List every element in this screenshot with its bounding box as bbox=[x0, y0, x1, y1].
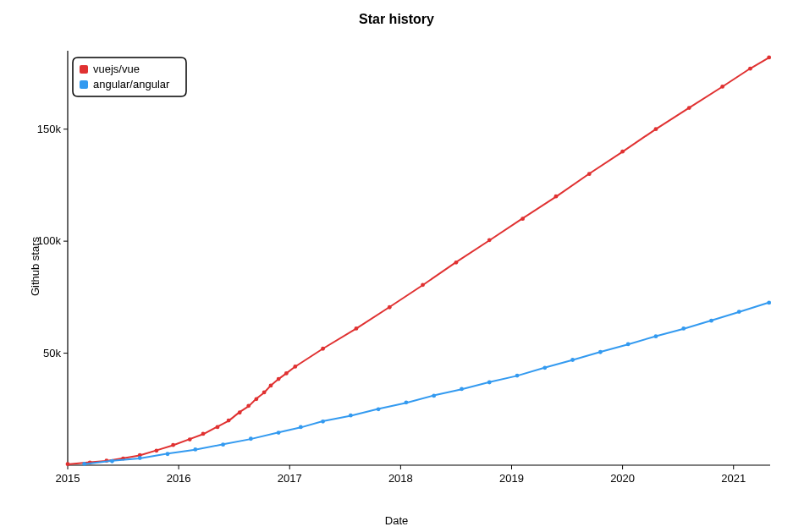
legend-swatch bbox=[80, 80, 88, 89]
data-point bbox=[709, 319, 713, 323]
data-point bbox=[188, 437, 192, 442]
data-point bbox=[748, 67, 752, 71]
x-tick: 2019 bbox=[499, 465, 524, 485]
svg-text:2020: 2020 bbox=[610, 472, 635, 485]
svg-text:2019: 2019 bbox=[499, 472, 524, 485]
data-point bbox=[277, 431, 281, 435]
data-point bbox=[221, 442, 225, 447]
data-point bbox=[598, 350, 603, 354]
data-point bbox=[654, 334, 658, 338]
y-tick: 150k bbox=[37, 123, 68, 135]
data-point bbox=[654, 127, 658, 131]
chart-svg: 50k100k150k2015201620172018201920202021v… bbox=[68, 42, 779, 491]
data-point bbox=[284, 371, 289, 376]
data-point bbox=[355, 326, 359, 331]
data-point bbox=[720, 85, 724, 89]
svg-text:2018: 2018 bbox=[388, 472, 413, 485]
data-point bbox=[193, 447, 197, 452]
data-point bbox=[737, 310, 741, 314]
data-point bbox=[626, 343, 631, 347]
data-point bbox=[432, 393, 436, 398]
data-point bbox=[767, 301, 771, 305]
x-tick: 2018 bbox=[388, 465, 413, 485]
data-point bbox=[767, 56, 771, 60]
data-point bbox=[277, 377, 281, 381]
data-point bbox=[454, 261, 459, 265]
data-point bbox=[681, 326, 686, 331]
x-axis-label: Date bbox=[0, 514, 793, 527]
data-point bbox=[554, 195, 559, 199]
legend-swatch bbox=[80, 65, 88, 74]
data-point bbox=[166, 452, 170, 456]
data-point bbox=[293, 365, 297, 369]
data-point bbox=[487, 381, 492, 385]
data-point bbox=[321, 420, 325, 424]
data-point bbox=[321, 347, 325, 351]
x-tick: 2020 bbox=[610, 465, 635, 485]
data-point bbox=[620, 150, 625, 154]
data-point bbox=[460, 387, 464, 392]
legend-label: vuejs/vue bbox=[93, 63, 140, 75]
data-point bbox=[82, 462, 86, 466]
data-point bbox=[227, 419, 231, 423]
data-point bbox=[66, 462, 70, 466]
data-point bbox=[487, 238, 492, 242]
chart-title: Star history bbox=[0, 12, 793, 27]
data-point bbox=[154, 448, 158, 452]
svg-text:150k: 150k bbox=[37, 123, 62, 135]
x-tick: 2015 bbox=[56, 465, 80, 485]
svg-text:2021: 2021 bbox=[721, 472, 746, 485]
legend: vuejs/vueangular/angular bbox=[73, 58, 186, 96]
y-tick: 50k bbox=[43, 347, 68, 359]
data-point bbox=[520, 217, 525, 221]
data-point bbox=[110, 459, 114, 463]
data-point bbox=[171, 443, 175, 447]
x-tick: 2021 bbox=[721, 465, 746, 485]
data-point bbox=[687, 106, 691, 110]
data-point bbox=[421, 282, 425, 287]
data-point bbox=[262, 391, 267, 395]
data-point bbox=[255, 397, 259, 401]
data-point bbox=[299, 425, 303, 430]
data-point bbox=[249, 436, 253, 441]
svg-text:100k: 100k bbox=[37, 234, 62, 247]
data-point bbox=[542, 365, 547, 370]
data-point bbox=[246, 403, 251, 408]
chart-plot-area: 50k100k150k2015201620172018201920202021v… bbox=[68, 42, 779, 491]
data-point bbox=[349, 414, 353, 418]
svg-text:2017: 2017 bbox=[278, 472, 302, 485]
x-tick: 2016 bbox=[167, 465, 191, 485]
data-point bbox=[138, 456, 142, 460]
data-point bbox=[269, 384, 273, 388]
data-point bbox=[570, 358, 575, 362]
data-point bbox=[388, 305, 392, 310]
legend-label: angular/angular bbox=[93, 78, 170, 90]
svg-text:2016: 2016 bbox=[167, 472, 191, 485]
data-point bbox=[587, 172, 592, 176]
data-point bbox=[377, 407, 381, 411]
svg-text:50k: 50k bbox=[43, 347, 61, 359]
data-point bbox=[515, 374, 520, 378]
series-line bbox=[68, 58, 769, 464]
data-point bbox=[238, 410, 242, 414]
data-point bbox=[405, 400, 409, 404]
svg-text:2015: 2015 bbox=[56, 472, 80, 485]
data-point bbox=[201, 432, 206, 436]
data-point bbox=[216, 425, 220, 430]
y-tick: 100k bbox=[37, 234, 68, 247]
x-tick: 2017 bbox=[278, 465, 302, 485]
